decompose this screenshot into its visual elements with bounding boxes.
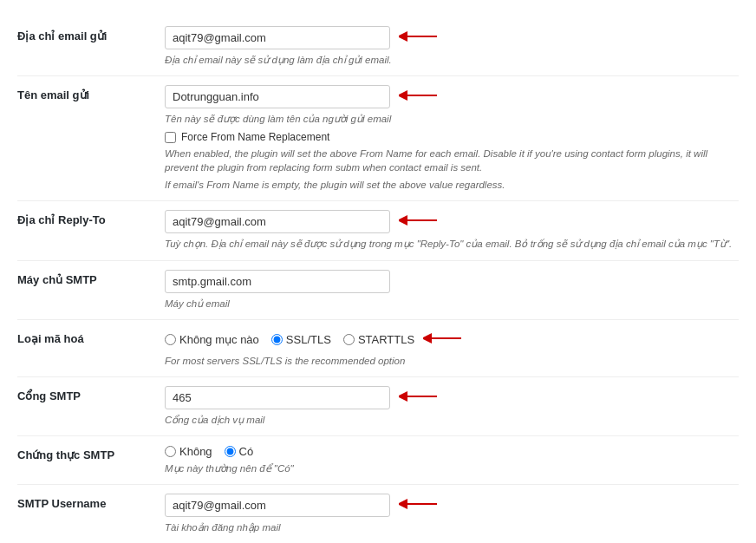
- ma-hoa-none-radio[interactable]: [165, 334, 176, 345]
- chung-thuc-radio-group: Không Có: [165, 445, 739, 458]
- ten-email-row: [165, 85, 739, 108]
- chung-thuc-no-label[interactable]: Không: [165, 445, 212, 458]
- smtp-username-arrow: [399, 494, 440, 516]
- email-gui-row: [165, 26, 739, 49]
- row-ma-hoa: Loại mã hoá Không mục nào SSL/TLS: [17, 319, 739, 376]
- ma-hoa-row: Không mục nào SSL/TLS STARTTLS: [165, 329, 739, 350]
- chung-thuc-yes-text: Có: [239, 445, 254, 458]
- row-email-gui: Địa chỉ email gửi Địa chỉ email này sẽ s…: [17, 17, 739, 76]
- force-from-checkbox[interactable]: [165, 132, 176, 143]
- settings-form: Địa chỉ email gửi Địa chỉ email này sẽ s…: [17, 17, 739, 543]
- row-chung-thuc: Chứng thực SMTP Không Có Mục này thường …: [17, 435, 739, 484]
- email-gui-field: Địa chỉ email này sẽ sử dụng làm địa chỉ…: [156, 17, 739, 76]
- smtp-username-input[interactable]: [165, 494, 390, 517]
- row-cong-smtp: Cổng SMTP Cổng của dịch vụ mail: [17, 376, 739, 435]
- cong-smtp-arrow: [399, 387, 440, 409]
- cong-smtp-input[interactable]: [165, 386, 390, 409]
- chung-thuc-desc: Mục này thường nên để "Có": [165, 461, 739, 475]
- ma-hoa-ssl-radio[interactable]: [271, 334, 283, 345]
- force-from-label-text: Force From Name Replacement: [181, 131, 329, 143]
- email-gui-desc: Địa chỉ email này sẽ sử dụng làm địa chỉ…: [165, 53, 739, 67]
- smtp-host-field: Máy chủ email: [156, 260, 739, 319]
- ten-email-arrow: [399, 86, 440, 108]
- cong-smtp-label: Cổng SMTP: [17, 376, 156, 435]
- ma-hoa-none-text: Không mục nào: [179, 333, 259, 346]
- cong-smtp-row: [165, 386, 739, 409]
- ma-hoa-ssl-text: SSL/TLS: [286, 333, 331, 346]
- ten-email-field: Tên này sẽ được dùng làm tên của người g…: [156, 76, 739, 201]
- email-gui-input[interactable]: [165, 26, 390, 49]
- smtp-username-row: [165, 494, 739, 517]
- smtp-username-field: Tài khoản đăng nhập mail: [156, 484, 739, 543]
- ma-hoa-none-label[interactable]: Không mục nào: [165, 333, 259, 346]
- force-from-desc2: If email's From Name is empty, the plugi…: [165, 178, 739, 192]
- chung-thuc-field: Không Có Mục này thường nên để "Có": [156, 435, 739, 484]
- ma-hoa-arrow: [423, 329, 465, 350]
- reply-to-field: Tuỳ chọn. Địa chỉ email này sẽ được sử d…: [156, 201, 739, 260]
- smtp-host-input[interactable]: [165, 270, 390, 293]
- row-reply-to: Địa chỉ Reply-To Tuỳ chọn. Địa chỉ email…: [17, 201, 739, 260]
- ma-hoa-label: Loại mã hoá: [17, 319, 156, 376]
- smtp-username-label: SMTP Username: [17, 484, 156, 543]
- chung-thuc-no-radio[interactable]: [165, 446, 176, 457]
- chung-thuc-no-text: Không: [179, 445, 212, 458]
- chung-thuc-yes-label[interactable]: Có: [225, 445, 254, 458]
- row-ten-email: Tên email gửi Tên này sẽ được dùng làm t…: [17, 76, 739, 201]
- reply-to-row: [165, 210, 739, 233]
- ten-email-desc: Tên này sẽ được dùng làm tên của người g…: [165, 112, 739, 126]
- reply-to-arrow: [399, 211, 440, 232]
- ma-hoa-starttls-radio[interactable]: [343, 334, 355, 345]
- email-gui-label: Địa chỉ email gửi: [17, 17, 156, 76]
- ma-hoa-desc: For most servers SSL/TLS is the recommen…: [165, 354, 739, 368]
- ma-hoa-field: Không mục nào SSL/TLS STARTTLS: [156, 319, 739, 376]
- reply-to-desc: Tuỳ chọn. Địa chỉ email này sẽ được sử d…: [165, 237, 739, 251]
- ten-email-label: Tên email gửi: [17, 76, 156, 201]
- force-from-desc1: When enabled, the plugin will set the ab…: [165, 147, 739, 174]
- email-gui-arrow: [399, 27, 440, 49]
- ma-hoa-starttls-text: STARTTLS: [358, 333, 414, 346]
- cong-smtp-field: Cổng của dịch vụ mail: [156, 376, 739, 435]
- smtp-host-label: Máy chủ SMTP: [17, 260, 156, 319]
- ma-hoa-ssl-label[interactable]: SSL/TLS: [271, 333, 331, 346]
- row-smtp-host: Máy chủ SMTP Máy chủ email: [17, 260, 739, 319]
- reply-to-label: Địa chỉ Reply-To: [17, 201, 156, 260]
- smtp-host-desc: Máy chủ email: [165, 297, 739, 311]
- smtp-username-desc: Tài khoản đăng nhập mail: [165, 520, 739, 534]
- chung-thuc-yes-radio[interactable]: [225, 446, 236, 457]
- chung-thuc-label: Chứng thực SMTP: [17, 435, 156, 484]
- ma-hoa-starttls-label[interactable]: STARTTLS: [343, 333, 414, 346]
- ten-email-input[interactable]: [165, 85, 390, 108]
- cong-smtp-desc: Cổng của dịch vụ mail: [165, 413, 739, 427]
- force-from-checkbox-label[interactable]: Force From Name Replacement: [165, 131, 739, 143]
- ma-hoa-radio-group: Không mục nào SSL/TLS STARTTLS: [165, 333, 414, 346]
- page-wrapper: Địa chỉ email gửi Địa chỉ email này sẽ s…: [0, 0, 756, 543]
- row-smtp-username: SMTP Username Tài khoản đăng nhập mail: [17, 484, 739, 543]
- reply-to-input[interactable]: [165, 210, 390, 233]
